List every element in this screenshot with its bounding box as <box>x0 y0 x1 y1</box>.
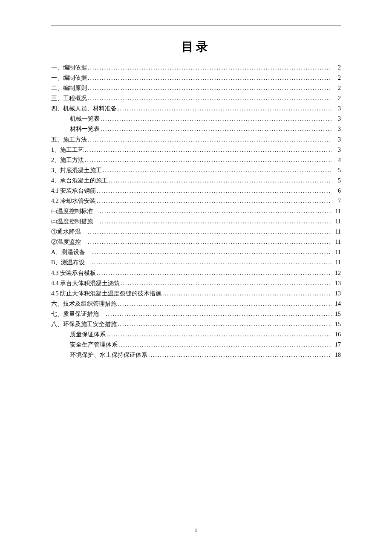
toc-page: 13 <box>332 289 341 299</box>
toc-label: ㈠温度控制标准 <box>51 206 99 217</box>
document-page: 目录 一、编制依据2 一、编制依据2 二、编制原则2 三、工程概况2 四、机械人… <box>0 0 392 377</box>
toc-entry: 三、工程概况2 <box>51 93 341 104</box>
toc-entry: 一、编制依据2 <box>51 63 341 73</box>
toc-leader-dots <box>107 330 331 340</box>
toc-entry: B、测温布设 11 <box>51 257 341 268</box>
toc-page: 17 <box>332 340 341 350</box>
toc-label: 1、施工工艺 <box>51 145 84 155</box>
toc-label: 一、编制依据 <box>51 73 87 83</box>
toc-label: 六、技术及组织管理措施 <box>51 299 117 309</box>
toc-leader-dots <box>118 104 331 114</box>
toc-leader-dots <box>148 350 331 360</box>
toc-entry: 四、机械人员、材料准备3 <box>51 104 341 114</box>
toc-leader-dots <box>121 278 331 289</box>
header-divider <box>51 26 341 26</box>
toc-leader-dots <box>88 63 331 73</box>
toc-page: 3 <box>332 145 341 155</box>
toc-leader-dots <box>100 206 331 217</box>
toc-entry: 4.4 承台大体积混凝土浇筑13 <box>51 278 341 289</box>
toc-entry: 4.5 防止大体积混凝土温度裂缝的技术措施13 <box>51 289 341 299</box>
toc-page: 11 <box>332 247 341 257</box>
toc-leader-dots <box>103 165 331 176</box>
toc-leader-dots <box>118 340 331 350</box>
toc-leader-dots <box>88 237 331 247</box>
toc-page: 11 <box>332 206 341 217</box>
toc-entry: A、测温设备 11 <box>51 247 341 257</box>
toc-entry: 质量保证体系16 <box>51 330 341 340</box>
toc-page: 11 <box>332 257 341 268</box>
toc-leader-dots <box>85 145 331 155</box>
toc-label: B、测温布设 <box>51 257 91 268</box>
toc-page: 5 <box>332 165 341 176</box>
toc-leader-dots <box>88 135 331 145</box>
toc-page: 14 <box>332 299 341 309</box>
toc-label: ②温度监控 <box>51 237 87 247</box>
toc-entry: 安全生产管理体系17 <box>51 340 341 350</box>
toc-page: 3 <box>332 114 341 124</box>
toc-page: 2 <box>332 73 341 83</box>
table-of-contents: 一、编制依据2 一、编制依据2 二、编制原则2 三、工程概况2 四、机械人员、材… <box>51 63 341 360</box>
toc-leader-dots <box>88 93 331 104</box>
toc-leader-dots <box>118 319 331 330</box>
toc-leader-dots <box>162 289 331 299</box>
toc-page: 4 <box>332 155 341 165</box>
toc-title: 目录 <box>51 39 341 55</box>
toc-label: 环境保护、水土保持保证体系 <box>70 350 147 360</box>
toc-entry: 4.3 安装承台模板12 <box>51 268 341 278</box>
toc-entry: ①通水降温 11 <box>51 227 341 237</box>
toc-page: 3 <box>332 135 341 145</box>
toc-label: 质量保证体系 <box>70 330 106 340</box>
toc-leader-dots <box>101 124 331 134</box>
toc-entry: 五、施工方法3 <box>51 135 341 145</box>
toc-label: 材料一览表 <box>70 124 100 134</box>
toc-label: 八、环保及施工安全措施 <box>51 319 117 330</box>
toc-page: 11 <box>332 227 341 237</box>
toc-leader-dots <box>106 309 331 319</box>
toc-entry: 二、编制原则2 <box>51 83 341 93</box>
toc-leader-dots <box>97 196 331 206</box>
toc-page: 2 <box>332 83 341 93</box>
toc-page: 2 <box>332 63 341 73</box>
toc-page: 12 <box>332 268 341 278</box>
toc-label: 3、封底混凝土施工 <box>51 165 102 176</box>
toc-entry: 4.2 冷却水管安装7 <box>51 196 341 206</box>
toc-label: 二、编制原则 <box>51 83 87 93</box>
toc-label: ㈡温度控制措施 <box>51 217 99 227</box>
toc-label: ①通水降温 <box>51 227 87 237</box>
toc-leader-dots <box>85 155 331 165</box>
toc-entry: 3、封底混凝土施工5 <box>51 165 341 176</box>
toc-leader-dots <box>92 247 331 257</box>
toc-page: 3 <box>332 124 341 134</box>
toc-label: 4.2 冷却水管安装 <box>51 196 96 206</box>
toc-entry: ㈠温度控制标准 11 <box>51 206 341 217</box>
toc-entry: 材料一览表3 <box>51 124 341 134</box>
toc-label: 七、质量保证措施 <box>51 309 105 319</box>
toc-leader-dots <box>92 257 331 268</box>
toc-page: 13 <box>332 278 341 289</box>
toc-page: 3 <box>332 104 341 114</box>
toc-label: 三、工程概况 <box>51 93 87 104</box>
toc-entry: 4、承台混凝土的施工5 <box>51 176 341 186</box>
toc-entry: 一、编制依据2 <box>51 73 341 83</box>
toc-entry: 2、施工方法4 <box>51 155 341 165</box>
toc-leader-dots <box>88 73 331 83</box>
toc-label: 机械一览表 <box>70 114 100 124</box>
toc-page: 16 <box>332 330 341 340</box>
toc-leader-dots <box>97 268 331 278</box>
toc-label: 2、施工方法 <box>51 155 84 165</box>
toc-page: 11 <box>332 217 341 227</box>
toc-page: 11 <box>332 237 341 247</box>
toc-leader-dots <box>100 217 331 227</box>
toc-leader-dots <box>88 227 331 237</box>
toc-entry: 4.1 安装承台钢筋6 <box>51 186 341 196</box>
toc-label: A、测温设备 <box>51 247 91 257</box>
toc-entry: ②温度监控 11 <box>51 237 341 247</box>
toc-entry: 八、环保及施工安全措施15 <box>51 319 341 330</box>
toc-page: 15 <box>332 309 341 319</box>
toc-page: 15 <box>332 319 341 330</box>
toc-page: 6 <box>332 186 341 196</box>
toc-leader-dots <box>118 299 331 309</box>
toc-label: 4.5 防止大体积混凝土温度裂缝的技术措施 <box>51 289 161 299</box>
toc-label: 安全生产管理体系 <box>70 340 118 350</box>
toc-label: 4.1 安装承台钢筋 <box>51 186 96 196</box>
